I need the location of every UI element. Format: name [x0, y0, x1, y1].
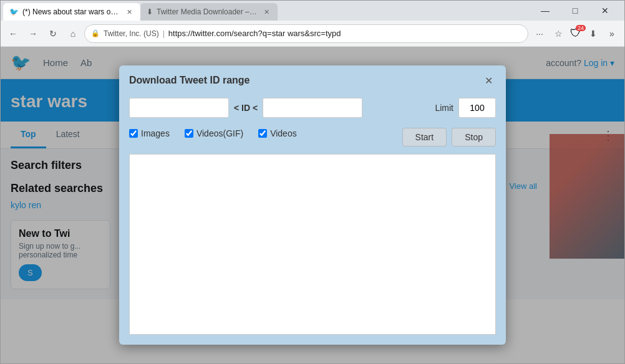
output-area-container[interactable] [129, 154, 496, 335]
options-row: Images Videos(GIF) Videos [129, 128, 297, 138]
browser-window: 🐦 (*) News about star wars on Twitter ✕ … [0, 0, 625, 364]
nav-right: ··· ☆ 🛡 24 ⬇ » [531, 25, 621, 42]
modal-overlay: Download Tweet ID range ✕ < ID < Limit [1, 47, 624, 363]
close-button[interactable]: ✕ [591, 2, 619, 19]
maximize-button[interactable]: □ [561, 2, 589, 19]
minimize-button[interactable]: — [531, 2, 560, 19]
url-text: https://twitter.com/search?q=star wars&s… [168, 29, 521, 38]
extension-count: 24 [576, 25, 586, 31]
videos-gif-checkbox-item[interactable]: Videos(GIF) [185, 128, 243, 138]
forward-button[interactable]: → [24, 25, 42, 42]
action-buttons: Start Stop [402, 128, 496, 146]
videos-label: Videos [270, 128, 297, 138]
title-bar: 🐦 (*) News about star wars on Twitter ✕ … [1, 1, 624, 21]
window-controls: — □ ✕ [531, 2, 622, 19]
download-modal: Download Tweet ID range ✕ < ID < Limit [119, 65, 506, 345]
images-checkbox-item[interactable]: Images [129, 128, 170, 138]
tab-downloader-close[interactable]: ✕ [262, 7, 271, 17]
tab-downloader-favicon: ⬇ [147, 7, 153, 16]
id-separator: < ID < [234, 103, 258, 113]
videos-gif-checkbox[interactable] [185, 129, 193, 138]
id-range-row: < ID < Limit [129, 98, 496, 118]
images-checkbox[interactable] [129, 129, 138, 138]
nav-bar: ← → ↻ ⌂ 🔒 Twitter, Inc. (US) | https://t… [1, 21, 624, 47]
modal-header: Download Tweet ID range ✕ [119, 65, 506, 93]
start-button[interactable]: Start [402, 128, 447, 146]
security-icon: 🔒 [91, 29, 100, 37]
download-button[interactable]: ⬇ [584, 25, 602, 42]
id-start-input[interactable] [129, 98, 229, 118]
modal-close-button[interactable]: ✕ [481, 73, 496, 88]
more-extensions-button[interactable]: » [603, 25, 621, 42]
tab-downloader-title: Twitter Media Downloader – Add-o [157, 7, 258, 16]
tab-twitter-favicon: 🐦 [9, 7, 19, 16]
options-and-buttons-row: Images Videos(GIF) Videos [129, 128, 496, 146]
modal-body: < ID < Limit Images [119, 93, 506, 345]
tab-twitter-title: (*) News about star wars on Twitter [22, 7, 121, 16]
images-label: Images [141, 128, 170, 138]
page-content: 🐦 Home Ab account? Log in ▾ star wars To… [1, 47, 624, 363]
videos-gif-label: Videos(GIF) [196, 128, 243, 138]
id-end-input[interactable] [263, 98, 362, 118]
home-button[interactable]: ⌂ [64, 25, 82, 42]
bookmark-button[interactable]: ☆ [550, 25, 567, 42]
stop-button[interactable]: Stop [452, 128, 496, 146]
refresh-button[interactable]: ↻ [44, 25, 62, 42]
tab-downloader[interactable]: ⬇ Twitter Media Downloader – Add-o ✕ [140, 3, 278, 21]
more-options-button[interactable]: ··· [531, 25, 548, 42]
tab-twitter-close[interactable]: ✕ [125, 7, 134, 17]
company-name: Twitter, Inc. (US) [104, 29, 159, 38]
limit-input[interactable] [458, 98, 496, 118]
tabs-container: 🐦 (*) News about star wars on Twitter ✕ … [3, 1, 531, 21]
tab-twitter[interactable]: 🐦 (*) News about star wars on Twitter ✕ [3, 3, 140, 21]
modal-title: Download Tweet ID range [129, 75, 250, 86]
address-separator: | [163, 29, 165, 38]
output-content [130, 155, 495, 334]
back-button[interactable]: ← [4, 25, 22, 42]
limit-label: Limit [435, 103, 453, 113]
videos-checkbox-item[interactable]: Videos [258, 128, 297, 138]
extension-badge[interactable]: 🛡 24 [568, 26, 583, 41]
videos-checkbox[interactable] [258, 129, 267, 138]
address-bar[interactable]: 🔒 Twitter, Inc. (US) | https://twitter.c… [84, 24, 528, 43]
